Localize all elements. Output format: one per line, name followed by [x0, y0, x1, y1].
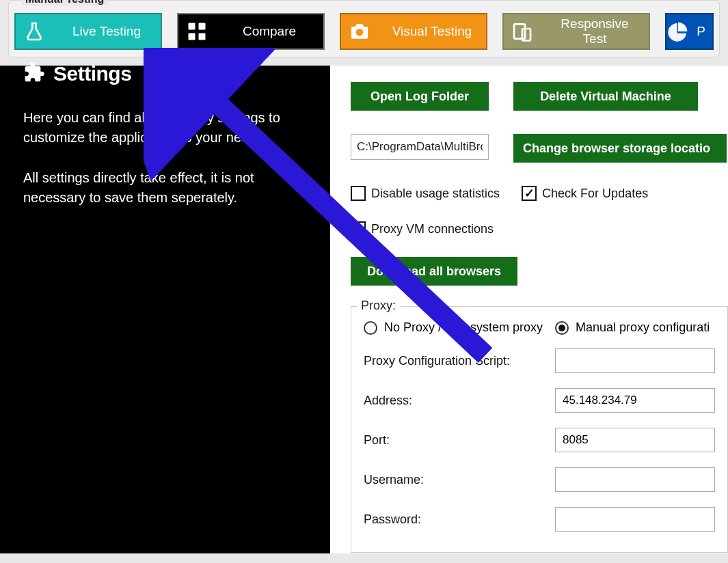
- proxy-script-label: Proxy Configuration Script:: [364, 354, 555, 368]
- toolbar-items: Live Testing Compare V: [14, 13, 714, 50]
- svg-rect-3: [199, 33, 206, 40]
- toolbar-group-label: Manual Testing: [21, 0, 108, 5]
- proxy-address-input[interactable]: [555, 388, 715, 413]
- puzzle-icon: [23, 61, 45, 86]
- proxy-legend: Proxy:: [357, 299, 400, 313]
- no-proxy-label: No Proxy / Use system proxy: [384, 320, 543, 335]
- svg-rect-2: [189, 33, 196, 40]
- truncated-button-label: P: [690, 24, 712, 39]
- checkbox-checked-icon: ✓: [522, 186, 537, 201]
- live-testing-button[interactable]: Live Testing: [14, 13, 162, 50]
- no-proxy-radio[interactable]: No Proxy / Use system proxy: [364, 320, 543, 335]
- proxy-vm-label: Proxy VM connections: [371, 222, 494, 236]
- sidebar-heading: Settings: [23, 66, 307, 90]
- checkbox-unchecked-icon: [351, 186, 366, 201]
- sidebar: Settings Here you can find all necessary…: [0, 66, 330, 553]
- devices-icon: [504, 14, 541, 49]
- toolbar-group-manual-testing: Manual Testing Live Testing Compare: [8, 0, 720, 57]
- delete-vm-button[interactable]: Delete Virtual Machine: [513, 82, 698, 111]
- responsive-test-button[interactable]: Responsive Test: [502, 13, 650, 50]
- download-all-browsers-button[interactable]: Download all browsers: [351, 257, 517, 286]
- settings-panel: Open Log Folder Delete Virtual Machine C…: [330, 66, 728, 553]
- proxy-port-input[interactable]: [555, 428, 715, 452]
- proxy-script-input[interactable]: [555, 348, 715, 373]
- checkbox-unchecked-icon: [351, 221, 366, 236]
- radio-unchecked-icon: [364, 321, 377, 335]
- sidebar-title: Settings: [53, 62, 131, 85]
- proxy-group: Proxy: No Proxy / Use system proxy Manua…: [351, 306, 728, 553]
- responsive-test-label: Responsive Test: [541, 16, 649, 46]
- proxy-username-input[interactable]: [555, 467, 715, 492]
- manual-proxy-label: Manual proxy configurati: [576, 320, 710, 335]
- check-updates-label: Check For Updates: [542, 187, 648, 201]
- proxy-username-label: Username:: [364, 473, 555, 487]
- proxy-password-label: Password:: [364, 512, 555, 527]
- pie-chart-icon: [666, 14, 690, 49]
- disable-stats-checkbox[interactable]: Disable usage statistics: [351, 186, 500, 201]
- change-storage-button[interactable]: Change browser storage locatio: [513, 134, 727, 163]
- sidebar-description-2: All settings directly take effect, it is…: [23, 168, 307, 208]
- svg-point-4: [356, 29, 364, 36]
- proxy-password-input[interactable]: [555, 507, 715, 532]
- svg-rect-5: [514, 24, 525, 38]
- svg-rect-0: [189, 23, 196, 30]
- visual-testing-button[interactable]: Visual Testing: [340, 13, 487, 50]
- camera-icon: [341, 14, 378, 49]
- storage-path-input[interactable]: [351, 134, 489, 160]
- disable-stats-label: Disable usage statistics: [371, 187, 500, 201]
- flask-icon: [16, 14, 53, 49]
- toolbar-region: Manual Testing Live Testing Compare: [0, 0, 728, 66]
- truncated-button[interactable]: P: [665, 13, 714, 50]
- proxy-vm-checkbox[interactable]: Proxy VM connections: [351, 221, 494, 236]
- manual-proxy-radio[interactable]: Manual proxy configurati: [555, 320, 710, 335]
- open-log-folder-button[interactable]: Open Log Folder: [351, 82, 489, 111]
- compare-label: Compare: [215, 24, 323, 39]
- proxy-port-label: Port:: [364, 433, 555, 448]
- live-testing-label: Live Testing: [53, 24, 161, 39]
- grid-icon: [178, 14, 215, 49]
- svg-rect-1: [199, 23, 206, 30]
- radio-checked-icon: [555, 321, 569, 335]
- sidebar-description-1: Here you can find all necessary settings…: [23, 108, 307, 148]
- visual-testing-label: Visual Testing: [378, 24, 486, 39]
- content-area: Settings Here you can find all necessary…: [0, 66, 728, 553]
- compare-button[interactable]: Compare: [177, 13, 325, 50]
- proxy-address-label: Address:: [364, 394, 555, 408]
- check-updates-checkbox[interactable]: ✓ Check For Updates: [522, 186, 648, 201]
